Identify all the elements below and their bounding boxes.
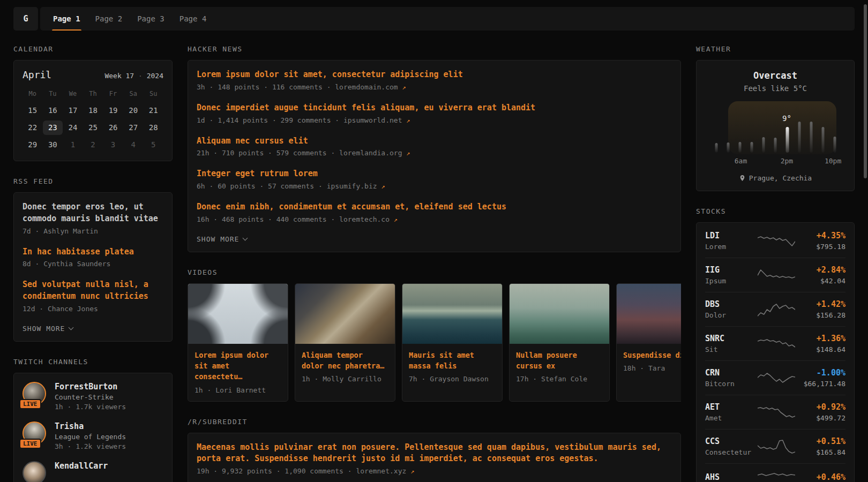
video-title-link[interactable]: Aliquam tempor dolor nec pharetra… — [302, 350, 388, 372]
external-link-icon[interactable]: ↗ — [394, 216, 398, 223]
twitch-channel-name[interactable]: KendallCarr — [55, 461, 108, 471]
hn-show-more-button[interactable]: SHOW MORE — [197, 235, 247, 243]
twitch-section: TWITCH CHANNELS LIVE ForrestBurton Count… — [13, 358, 173, 482]
hn-item-link[interactable]: Lorem ipsum dolor sit amet, consectetur … — [197, 69, 672, 81]
calendar-day[interactable]: 1 — [63, 138, 83, 152]
video-thumbnail-sea-boat[interactable] — [402, 284, 502, 344]
calendar-day[interactable]: 24 — [63, 120, 83, 135]
hn-item: Donec enim nibh, condimentum et accumsan… — [197, 201, 672, 223]
calendar-day[interactable]: 17 — [63, 103, 83, 118]
hn-item-link[interactable]: Integer eget rutrum lorem — [197, 168, 672, 180]
calendar-day[interactable]: 2 — [83, 138, 103, 152]
calendar-day[interactable]: 30 — [43, 138, 63, 152]
stock-sparkline — [758, 302, 795, 317]
video-title-link[interactable]: Nullam posuere cursus ex — [516, 350, 603, 372]
hn-item-link[interactable]: Donec enim nibh, condimentum et accumsan… — [197, 201, 672, 213]
page-scrollbar[interactable] — [864, 4, 867, 178]
weather-current-temp: 9° — [782, 114, 791, 123]
tab-page-3[interactable]: Page 3 — [130, 7, 172, 31]
video-thumbnail-misty-silhouette[interactable] — [617, 284, 681, 344]
video-title-link[interactable]: Lorem ipsum dolor sit amet consectetu… — [194, 350, 281, 382]
tab-page-1[interactable]: Page 1 — [46, 7, 88, 31]
stocks-section: STOCKS LDI Lorem +4.35% $795.18 — [696, 207, 855, 482]
calendar-day[interactable]: 5 — [143, 138, 163, 152]
weather-bar — [751, 142, 753, 153]
stock-row[interactable]: LDI Lorem +4.35% $795.18 — [705, 224, 845, 258]
stock-row[interactable]: CRN Bitcorn -1.00% $66,171.48 — [705, 360, 845, 395]
hacker-news-section: HACKER NEWS Lorem ipsum dolor sit amet, … — [188, 45, 681, 252]
video-thumbnail-pillars-sky[interactable] — [188, 284, 288, 344]
stock-row[interactable]: AHS +0.46% — [705, 463, 845, 482]
calendar-day[interactable]: 22 — [23, 120, 43, 135]
calendar-day[interactable]: 4 — [123, 138, 144, 152]
stock-price: $66,171.48 — [796, 380, 845, 388]
app-logo[interactable]: G — [13, 7, 38, 31]
tab-page-2[interactable]: Page 2 — [88, 7, 130, 31]
calendar-dow-we: We — [63, 86, 83, 101]
twitch-channel-name[interactable]: Trisha — [55, 421, 126, 431]
rss-item-link[interactable]: Sed volutpat nulla nisl, a condimentum n… — [23, 279, 163, 303]
calendar-day[interactable]: 27 — [123, 120, 144, 135]
video-title-link[interactable]: Suspendisse diam — [623, 350, 681, 360]
external-link-icon[interactable]: ↗ — [406, 149, 410, 157]
stock-change: +1.42% — [796, 299, 845, 309]
calendar-day[interactable]: 20 — [123, 103, 144, 118]
stock-row[interactable]: AET Amet +0.92% $499.72 — [705, 395, 845, 429]
calendar-day[interactable]: 18 — [83, 103, 103, 118]
external-link-icon[interactable]: ↗ — [406, 117, 410, 124]
calendar-day[interactable]: 16 — [43, 103, 63, 118]
calendar-dow-su: Su — [143, 86, 163, 101]
video-thumbnail-camera-hands[interactable] — [295, 284, 395, 344]
subreddit-widget: Maecenas mollis pulvinar erat non posuer… — [188, 433, 681, 482]
stock-row[interactable]: SNRC Sit +1.36% $148.64 — [705, 326, 845, 360]
calendar-day[interactable]: 15 — [23, 103, 43, 118]
video-card[interactable]: Suspendisse diam 18h · Tara — [616, 283, 681, 402]
calendar-day[interactable]: 19 — [103, 103, 123, 118]
external-link-icon[interactable]: ↗ — [410, 468, 414, 475]
weather-bar — [834, 137, 836, 153]
video-card[interactable]: Mauris sit amet massa felis 7h · Grayson… — [402, 283, 503, 402]
stock-sparkline — [758, 471, 795, 482]
external-link-icon[interactable]: ↗ — [402, 84, 406, 91]
rss-item-meta: 7d · Ashlyn Martin — [23, 227, 163, 235]
stock-ticker: LDI — [705, 231, 757, 240]
calendar-dow-fr: Fr — [103, 86, 123, 101]
reddit-post-link[interactable]: Maecenas mollis pulvinar erat non posuer… — [197, 442, 672, 465]
hn-item-link[interactable]: Donec imperdiet augue tincidunt felis al… — [197, 102, 672, 114]
video-card[interactable]: Aliquam tempor dolor nec pharetra… 1h · … — [295, 283, 395, 402]
stock-sparkline — [758, 268, 795, 283]
calendar-day[interactable]: 3 — [103, 138, 123, 152]
stock-change: +2.84% — [796, 265, 845, 275]
twitch-channel-row[interactable]: LIVE ForrestBurton Counter-Strike 1h · 1… — [23, 382, 163, 411]
calendar-day[interactable]: 28 — [143, 120, 163, 135]
calendar-section-title: CALENDAR — [13, 45, 173, 53]
stock-ticker: AHS — [705, 472, 757, 482]
stock-row[interactable]: CCS Consectetur +0.51% $165.84 — [705, 429, 845, 463]
video-card[interactable]: Lorem ipsum dolor sit amet consectetu… 1… — [188, 283, 288, 402]
stock-price: $165.84 — [796, 448, 845, 456]
calendar-day[interactable]: 21 — [143, 103, 163, 118]
hacker-news-section-title: HACKER NEWS — [188, 45, 681, 53]
weather-bar — [798, 122, 801, 153]
calendar-day[interactable]: 26 — [103, 120, 123, 135]
external-link-icon[interactable]: ↗ — [381, 183, 385, 190]
calendar-day[interactable]: 29 — [23, 138, 43, 152]
calendar-day[interactable]: 25 — [83, 120, 103, 135]
hn-item-link[interactable]: Aliquam nec cursus elit — [197, 135, 672, 147]
rss-item-link[interactable]: Donec tempor eros leo, ut commodo mauris… — [23, 201, 163, 225]
stock-row[interactable]: IIG Ipsum +2.84% $42.04 — [705, 258, 845, 292]
tab-page-4[interactable]: Page 4 — [172, 7, 214, 31]
subreddit-section: /R/SUBREDDIT Maecenas mollis pulvinar er… — [188, 418, 681, 482]
video-card[interactable]: Nullam posuere cursus ex 17h · Stefan Co… — [509, 283, 610, 402]
twitch-channel-name[interactable]: ForrestBurton — [55, 382, 126, 391]
twitch-channel-row[interactable]: KendallCarr — [23, 461, 163, 482]
hn-item-meta: 21h · 710 points · 579 comments · loreml… — [197, 149, 672, 157]
stock-price: $156.28 — [796, 311, 845, 319]
rss-item-link[interactable]: In hac habitasse platea — [23, 246, 163, 258]
rss-show-more-button[interactable]: SHOW MORE — [23, 325, 73, 333]
calendar-day[interactable]: 23 — [43, 120, 63, 135]
stock-row[interactable]: DBS Dolor +1.42% $156.28 — [705, 292, 845, 326]
video-title-link[interactable]: Mauris sit amet massa felis — [409, 350, 496, 372]
video-thumbnail-canoe-lake[interactable] — [510, 284, 609, 344]
twitch-channel-row[interactable]: LIVE Trisha League of Legends 3h · 1.2k … — [23, 421, 163, 450]
